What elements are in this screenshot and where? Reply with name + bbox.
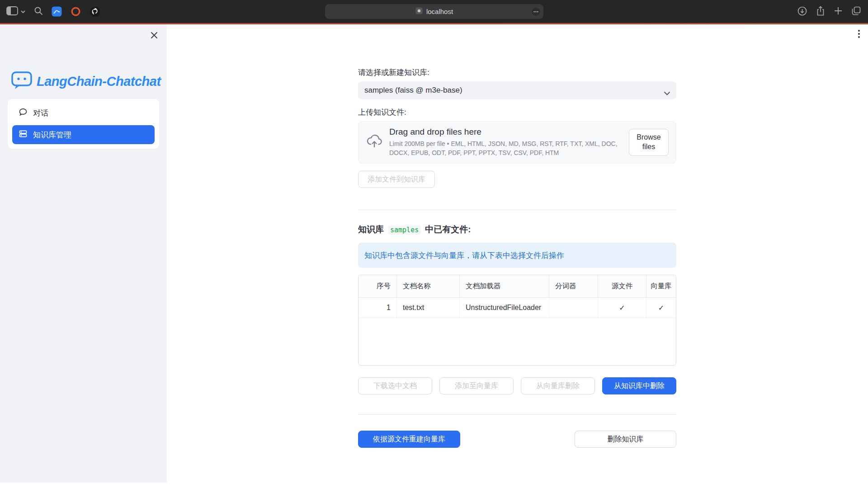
kb-bottom-actions: 依据源文件重建向量库 删除知识库 xyxy=(358,431,676,448)
cell-name[interactable]: test.txt xyxy=(396,298,459,318)
browser-toolbar: localhost xyxy=(0,0,868,23)
menu-item-kb-management[interactable]: 知识库管理 xyxy=(12,125,155,144)
new-tab-button[interactable] xyxy=(834,7,842,16)
file-dropzone[interactable]: Drag and drop files here Limit 200MB per… xyxy=(358,121,676,164)
table-header-splitter[interactable]: 分词器 xyxy=(549,275,598,297)
tabs-icon xyxy=(852,6,861,17)
cell-source-check[interactable]: ✓ xyxy=(598,298,646,318)
sidebar-toggle-icon xyxy=(6,6,18,17)
table-header-row: 序号 文档名称 文档加载器 分词器 源文件 向量库 xyxy=(359,275,676,298)
delete-from-kb-button[interactable]: 从知识库中删除 xyxy=(602,377,676,394)
table-header-index[interactable]: 序号 xyxy=(359,275,396,297)
main-menu-button[interactable] xyxy=(858,30,860,38)
site-favicon xyxy=(415,7,423,16)
info-text: 知识库中包含源文件与向量库，请从下表中选择文件后操作 xyxy=(364,250,564,261)
cell-splitter[interactable] xyxy=(549,298,598,318)
rebuild-vector-button[interactable]: 依据源文件重建向量库 xyxy=(358,431,460,448)
delete-kb-button[interactable]: 删除知识库 xyxy=(575,431,676,448)
divider xyxy=(358,210,676,210)
share-icon xyxy=(816,6,825,17)
table-actions: 下载选中文档 添加至向量库 从向量库删除 从知识库中删除 xyxy=(358,377,676,394)
app-icon-blue[interactable] xyxy=(52,6,62,17)
toolbar-left-group xyxy=(6,0,100,23)
download-selected-button[interactable]: 下载选中文档 xyxy=(358,377,432,394)
menu-item-chat[interactable]: 对话 xyxy=(12,103,155,122)
table-header-source[interactable]: 源文件 xyxy=(598,275,646,297)
upload-label: 上传知识文件: xyxy=(358,108,676,117)
app-icon-orange[interactable] xyxy=(71,6,81,17)
search-button[interactable] xyxy=(34,6,43,17)
app-logo: LangChain-Chatchat xyxy=(8,71,159,92)
toolbar-right-group xyxy=(797,0,861,23)
kb-files-heading: 知识库 samples 中已有文件: xyxy=(358,224,676,235)
upload-cloud-icon xyxy=(366,133,383,152)
dropzone-limit: Limit 200MB per file • EML, HTML, JSON, … xyxy=(389,140,624,157)
cell-loader[interactable]: UnstructuredFileLoader xyxy=(459,298,549,318)
add-to-vector-button[interactable]: 添加至向量库 xyxy=(439,377,514,394)
chevron-down-icon xyxy=(21,8,25,15)
kb-list-icon xyxy=(19,129,28,141)
add-files-button[interactable]: 添加文件到知识库 xyxy=(358,171,435,188)
sidebar: LangChain-Chatchat 对话 知识库管理 xyxy=(0,24,167,483)
kb-files-table: 序号 文档名称 文档加载器 分词器 源文件 向量库 1 test.txt Uns… xyxy=(358,275,676,366)
remove-from-vector-button[interactable]: 从向量库删除 xyxy=(521,377,595,394)
dropzone-title: Drag and drop files here xyxy=(389,127,629,137)
dropzone-text: Drag and drop files here Limit 200MB per… xyxy=(389,127,629,157)
download-icon xyxy=(797,6,807,17)
menu-item-label: 对话 xyxy=(33,108,48,118)
github-icon[interactable] xyxy=(90,6,100,17)
browse-files-button[interactable]: Browse files xyxy=(629,129,669,156)
share-button[interactable] xyxy=(816,6,825,17)
tab-overview-button[interactable] xyxy=(852,6,861,17)
page-options-icon[interactable] xyxy=(532,7,540,16)
table-header-loader[interactable]: 文档加载器 xyxy=(459,275,549,297)
kb-select-label: 请选择或新建知识库: xyxy=(358,68,676,78)
plus-icon xyxy=(834,7,842,16)
heading-prefix: 知识库 xyxy=(358,224,384,235)
cell-vector-check[interactable]: ✓ xyxy=(646,298,676,318)
kb-select[interactable]: samples (faiss @ m3e-base) xyxy=(358,81,676,99)
heading-suffix: 中已有文件: xyxy=(425,224,471,235)
cell-index[interactable]: 1 xyxy=(359,298,396,318)
table-row: 1 test.txt UnstructuredFileLoader ✓ ✓ xyxy=(359,298,676,318)
table-header-vector[interactable]: 向量库 xyxy=(646,275,676,297)
menu-item-label: 知识库管理 xyxy=(33,130,71,140)
heading-kb-name: samples xyxy=(388,225,421,235)
chevron-down-icon xyxy=(664,89,670,98)
logo-chat-icon xyxy=(11,71,32,92)
url-text: localhost xyxy=(426,8,453,15)
chat-bubble-icon xyxy=(19,108,28,119)
kb-select-value: samples (faiss @ m3e-base) xyxy=(364,86,462,95)
search-icon xyxy=(34,6,43,17)
sidebar-toggle-button[interactable] xyxy=(6,6,25,17)
close-icon xyxy=(151,33,158,40)
main-content: 请选择或新建知识库: samples (faiss @ m3e-base) 上传… xyxy=(358,24,676,448)
logo-text: LangChain-Chatchat xyxy=(37,74,161,89)
table-header-name[interactable]: 文档名称 xyxy=(396,275,459,297)
sidebar-menu: 对话 知识库管理 xyxy=(8,99,159,149)
info-banner: 知识库中包含源文件与向量库，请从下表中选择文件后操作 xyxy=(358,243,676,268)
address-bar[interactable]: localhost xyxy=(325,4,543,19)
divider xyxy=(358,414,676,415)
sidebar-close-button[interactable] xyxy=(151,32,158,40)
downloads-button[interactable] xyxy=(797,6,807,17)
